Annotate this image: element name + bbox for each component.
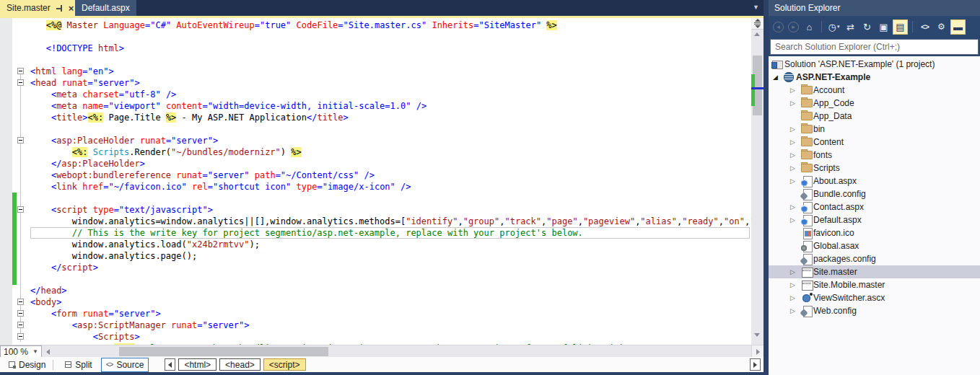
code-line[interactable] (30, 123, 750, 135)
tag-nav-right-button[interactable] (750, 358, 761, 371)
source-button[interactable]: <> Source (101, 358, 149, 372)
scroll-left-icon[interactable] (46, 349, 50, 355)
tag-script-button[interactable]: <script> (263, 358, 306, 371)
code-line[interactable]: window.analytics.load("x24b2rmtvv"); (30, 239, 750, 250)
home-button[interactable]: ⌂ (802, 19, 817, 35)
breakpoint-margin[interactable] (0, 18, 12, 345)
tree-item-global-asax[interactable]: Global.asax (769, 239, 980, 252)
expand-arrow-icon[interactable] (789, 151, 800, 159)
expand-arrow-icon[interactable] (789, 87, 800, 94)
tag-nav-left-button[interactable] (165, 358, 175, 371)
code-line[interactable]: // This is the write key for project seg… (30, 227, 750, 239)
zoom-level-dropdown[interactable]: 100 % ▼ (0, 345, 42, 358)
forward-button[interactable]: ▸ (788, 22, 799, 32)
tree-item-fonts[interactable]: fonts (769, 149, 980, 162)
tree-item-packages-config[interactable]: packages.config (769, 252, 980, 265)
code-line[interactable] (30, 54, 750, 66)
close-icon[interactable]: × (69, 4, 74, 12)
tree-item-app-code[interactable]: App_Code (769, 97, 980, 110)
tree-item-bundle-config[interactable]: Bundle.config (769, 188, 980, 200)
scroll-down-icon[interactable] (754, 333, 760, 337)
collapse-box-icon[interactable] (17, 333, 24, 340)
code-line[interactable]: window.analytics=window.analytics||[],wi… (30, 216, 750, 227)
code-line[interactable]: <form runat="server"> (30, 308, 750, 319)
code-line[interactable]: <title><%: Page.Title %> - My ASP.NET Ap… (30, 112, 750, 123)
code-line[interactable]: <head runat="server"> (30, 77, 750, 89)
tree-item-favicon-ico[interactable]: favicon.ico (769, 226, 980, 239)
expand-arrow-icon[interactable] (789, 307, 800, 314)
tag-html-button[interactable]: <html> (178, 358, 216, 371)
collapse-box-icon[interactable] (17, 310, 24, 317)
code-line[interactable]: <Scripts> (30, 331, 750, 343)
horizontal-scrollbar-thumb[interactable] (119, 347, 328, 356)
preview-selected-items-button[interactable]: ▬ (950, 19, 966, 35)
tree-item-web-config[interactable]: Web.config (769, 304, 980, 317)
split-button[interactable]: Split (61, 358, 96, 371)
tree-item-scripts[interactable]: Scripts (769, 162, 980, 175)
expand-arrow-icon[interactable] (789, 177, 800, 185)
code-line[interactable]: <asp:ScriptManager runat="server"> (30, 319, 750, 331)
code-line[interactable]: window.analytics.page(); (30, 250, 750, 262)
collapse-all-button[interactable]: ▣ (876, 19, 891, 35)
pending-changes-filter-button[interactable]: ◷▾ (826, 19, 841, 35)
code-line[interactable]: <link href="~/favicon.ico" rel="shortcut… (30, 181, 750, 193)
code-line[interactable]: <%: Scripts.Render("~/bundles/modernizr"… (30, 146, 750, 158)
tree-item-app-data[interactable]: App_Data (769, 110, 980, 123)
vertical-scrollbar[interactable] (751, 18, 764, 345)
scroll-right-button[interactable] (751, 345, 764, 358)
code-line[interactable]: </script> (30, 262, 750, 273)
code-line[interactable]: <html lang="en"> (30, 66, 750, 77)
expand-arrow-icon[interactable] (789, 281, 800, 288)
tab-overflow-dropdown-icon[interactable]: ▼ (753, 4, 759, 11)
expand-arrow-icon[interactable] (789, 268, 800, 275)
code-line[interactable] (30, 193, 750, 204)
code-line[interactable]: <%@ Master Language="C#" AutoEventWireup… (30, 19, 750, 31)
expand-arrow-icon[interactable] (789, 100, 800, 107)
collapse-box-icon[interactable] (17, 322, 24, 328)
tree-item-content[interactable]: Content (769, 136, 980, 149)
tree-item-contact-aspx[interactable]: Contact.aspx (769, 200, 980, 213)
pane-splitter[interactable] (764, 0, 769, 375)
expand-arrow-icon[interactable] (789, 138, 800, 146)
code-line[interactable]: <body> (30, 296, 750, 308)
code-line[interactable] (30, 31, 750, 43)
tag-head-button[interactable]: <head> (219, 358, 261, 371)
expand-arrow-icon[interactable] (789, 294, 800, 301)
collapse-box-icon[interactable] (17, 68, 24, 74)
collapse-box-icon[interactable] (17, 79, 24, 86)
collapse-box-icon[interactable] (17, 299, 24, 305)
tab-default-aspx[interactable]: Default.aspx (75, 0, 136, 16)
tree-item-asp-net-example[interactable]: ASP.NET-Example (769, 71, 980, 84)
code-line[interactable]: </asp:PlaceHolder> (30, 158, 750, 169)
tree-item-bin[interactable]: bin (769, 123, 980, 136)
code-line[interactable]: </head> (30, 285, 750, 296)
refresh-button[interactable]: ↻ (859, 19, 875, 35)
tab-site-master[interactable]: Site.master × (0, 0, 80, 16)
tree-item-solution-asp-net-example-1-project[interactable]: Solution 'ASP.NET-Example' (1 project) (769, 58, 980, 71)
properties-button[interactable]: ⚙ (934, 19, 949, 35)
code-line[interactable]: <webopt:bundlereference runat="server" p… (30, 169, 750, 181)
collapse-box-icon[interactable] (17, 206, 24, 213)
code-line[interactable] (30, 273, 750, 285)
tree-item-site-mobile-master[interactable]: Site.Mobile.master (769, 278, 980, 291)
pin-icon[interactable] (56, 4, 64, 12)
back-button[interactable]: ◂ (773, 22, 784, 32)
code-line[interactable]: <script type="text/javascript"> (30, 204, 750, 216)
editor-splitter-handle[interactable] (751, 18, 764, 30)
tree-item-site-master[interactable]: Site.master (769, 265, 980, 278)
sync-with-active-document-button[interactable]: ⇄ (843, 19, 858, 35)
expand-arrow-icon[interactable] (789, 125, 800, 133)
scroll-up-icon[interactable] (754, 32, 760, 36)
code-line[interactable]: <asp:PlaceHolder runat="server"> (30, 135, 750, 146)
tree-item-default-aspx[interactable]: Default.aspx (769, 213, 980, 226)
tree-item-account[interactable]: Account (769, 84, 980, 97)
design-button[interactable]: Design (4, 358, 50, 371)
search-input[interactable] (770, 39, 979, 55)
expand-arrow-icon[interactable] (789, 164, 800, 172)
code-editor[interactable]: <%@ Master Language="C#" AutoEventWireup… (0, 18, 751, 345)
code-line[interactable]: <!DOCTYPE html> (30, 43, 750, 54)
tree-item-about-aspx[interactable]: About.aspx (769, 175, 980, 188)
tree-item-viewswitcher-ascx[interactable]: ViewSwitcher.ascx (769, 291, 980, 304)
code-line[interactable]: <meta name="viewport" content="width=dev… (30, 100, 750, 112)
collapse-box-icon[interactable] (17, 137, 24, 144)
